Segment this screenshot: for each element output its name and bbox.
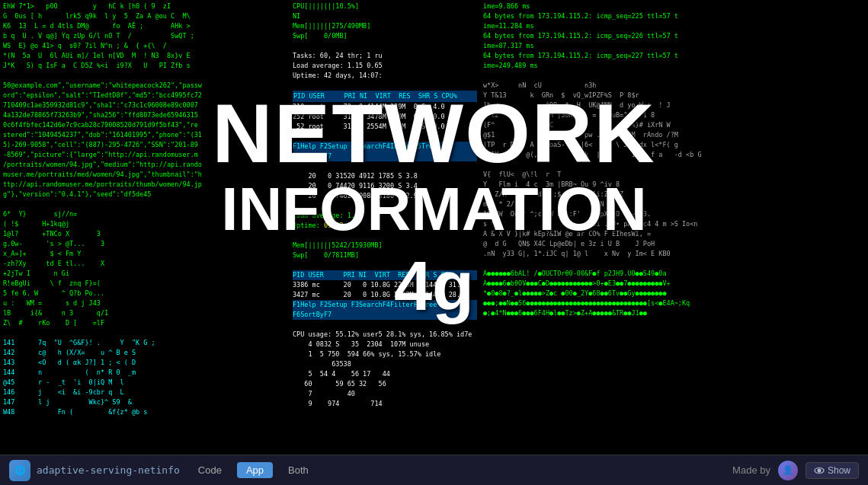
app-name: adaptive-serving-netinfo: [37, 464, 180, 476]
terminal-mid: CPU[|||||||10.5%] NI Mem[||||||275/490MB…: [290, 0, 480, 455]
eye-icon: [814, 465, 825, 476]
made-by-label: Made by: [732, 464, 770, 476]
app-tab[interactable]: App: [237, 462, 273, 478]
svg-point-0: [817, 468, 821, 472]
app-icon: 🌐: [9, 460, 30, 481]
toolbar-right: Made by 👤 Show: [732, 461, 859, 480]
show-button[interactable]: Show: [806, 462, 859, 479]
toolbar: 🌐 adaptive-serving-netinfo Code App Both…: [0, 455, 868, 485]
terminal-left: EhW 7*1> p0O y hC k [h0 ( 9 zI G 0us [ h…: [0, 0, 290, 455]
code-tab[interactable]: Code: [189, 462, 231, 478]
avatar: 👤: [778, 461, 798, 480]
terminal-right: ime=9.866 ms 64 bytes from 173.194.115.2…: [480, 0, 868, 455]
background-terminal: EhW 7*1> p0O y hC k [h0 ( 9 zI G 0us [ h…: [0, 0, 868, 485]
show-label: Show: [828, 465, 850, 476]
both-tab[interactable]: Both: [279, 462, 318, 478]
